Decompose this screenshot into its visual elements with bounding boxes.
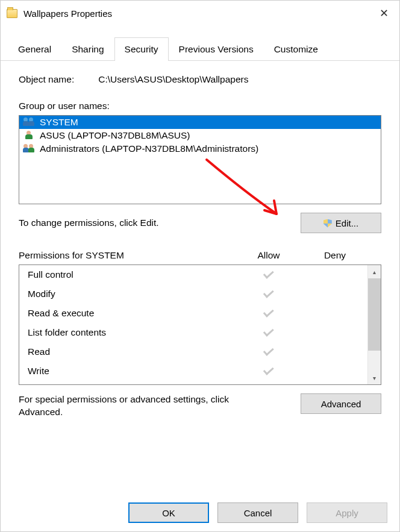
perm-name: Full control	[28, 269, 235, 280]
scroll-down-icon[interactable]: ▾	[368, 371, 381, 384]
perm-row-full-control[interactable]: Full control	[19, 265, 367, 284]
tab-previous-versions[interactable]: Previous Versions	[169, 37, 264, 61]
perm-name: Modify	[28, 289, 235, 299]
perm-row-read[interactable]: Read	[19, 342, 367, 361]
perm-name: Read & execute	[28, 308, 235, 319]
perm-allow	[235, 288, 301, 300]
check-icon	[264, 287, 272, 300]
perm-allow	[235, 346, 301, 358]
perm-row-list-folder[interactable]: List folder contents	[19, 323, 367, 342]
perm-row-read-execute[interactable]: Read & execute	[19, 304, 367, 323]
edit-button[interactable]: Edit...	[301, 213, 381, 233]
tab-strip: General Sharing Security Previous Versio…	[1, 37, 399, 61]
dialog-button-row: OK Cancel Apply	[128, 502, 387, 523]
ok-button[interactable]: OK	[128, 502, 209, 523]
group-item-system[interactable]: SYSTEM	[19, 116, 381, 129]
object-name-value: C:\Users\ASUS\Desktop\Wallpapers	[98, 74, 248, 85]
check-icon	[264, 307, 272, 319]
permissions-header: Permissions for SYSTEM	[19, 250, 236, 261]
check-icon	[264, 365, 272, 377]
perm-name: Write	[28, 366, 235, 377]
window-title: Wallpapers Properties	[23, 8, 112, 19]
scroll-thumb[interactable]	[368, 278, 381, 351]
permissions-col-allow: Allow	[236, 250, 302, 261]
tab-sharing[interactable]: Sharing	[61, 37, 114, 61]
group-item-asus[interactable]: ASUS (LAPTOP-N37DBL8M\ASUS)	[19, 129, 381, 142]
folder-icon	[7, 9, 17, 18]
advanced-hint: For special permissions or advanced sett…	[19, 393, 248, 419]
group-item-label: ASUS (LAPTOP-N37DBL8M\ASUS)	[40, 130, 190, 141]
advanced-button[interactable]: Advanced	[301, 393, 381, 414]
group-list-label: Group or user names:	[19, 101, 381, 111]
group-item-label: Administrators (LAPTOP-N37DBL8M\Administ…	[40, 143, 258, 154]
scroll-up-icon[interactable]: ▴	[368, 265, 381, 278]
perm-name: List folder contents	[28, 327, 235, 338]
perm-allow	[235, 327, 301, 339]
group-item-label: SYSTEM	[40, 117, 78, 128]
group-listbox[interactable]: SYSTEM ASUS (LAPTOP-N37DBL8M\ASUS) Admin…	[19, 115, 381, 204]
tab-customize[interactable]: Customize	[264, 37, 328, 61]
perm-allow	[235, 307, 301, 319]
tab-general[interactable]: General	[8, 37, 61, 61]
security-pane: Object name: C:\Users\ASUS\Desktop\Wallp…	[1, 61, 399, 425]
close-icon[interactable]: ✕	[375, 5, 393, 21]
edit-hint: To change permissions, click Edit.	[19, 217, 159, 228]
perm-row-modify[interactable]: Modify	[19, 284, 367, 304]
group-item-administrators[interactable]: Administrators (LAPTOP-N37DBL8M\Administ…	[19, 142, 381, 155]
object-name-label: Object name:	[19, 74, 74, 85]
check-icon	[264, 326, 272, 339]
check-icon	[264, 268, 272, 281]
admins-group-icon	[23, 143, 36, 154]
perm-allow	[235, 365, 301, 377]
perm-row-write[interactable]: Write	[19, 361, 367, 381]
cancel-button[interactable]: Cancel	[217, 502, 298, 523]
perm-allow	[235, 269, 301, 281]
check-icon	[264, 345, 272, 358]
user-icon	[23, 130, 36, 141]
permissions-scrollbar[interactable]: ▴ ▾	[367, 265, 381, 384]
titlebar: Wallpapers Properties ✕	[1, 1, 399, 26]
apply-button: Apply	[307, 502, 387, 523]
tab-security[interactable]: Security	[114, 37, 169, 61]
permissions-col-deny: Deny	[302, 250, 368, 261]
users-group-icon	[23, 117, 36, 128]
permissions-list: Full control Modify Read & execute List …	[19, 264, 381, 385]
perm-name: Read	[28, 346, 235, 357]
